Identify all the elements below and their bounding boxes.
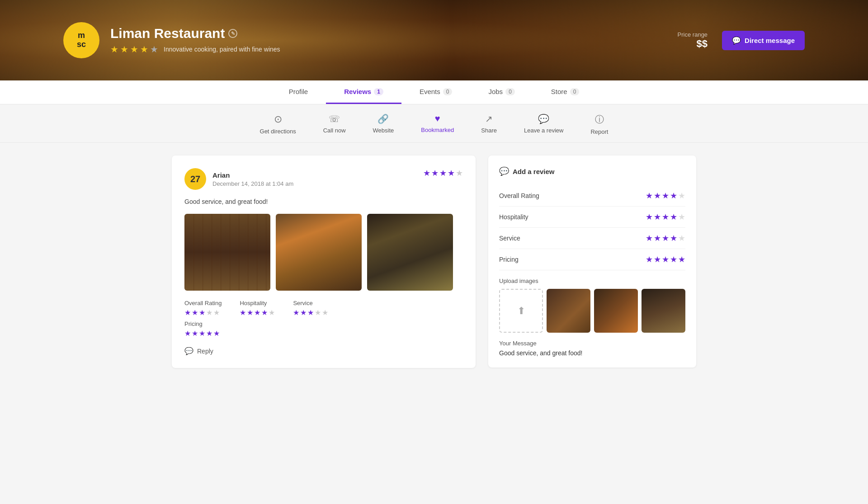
review-photo-3[interactable] [367, 214, 453, 291]
por5[interactable]: ★ [678, 191, 685, 201]
ps5: ★ [213, 329, 220, 338]
overall-label: Overall Rating [184, 300, 222, 306]
psr5[interactable]: ★ [678, 233, 685, 243]
service-stars: ★ ★ ★ ★ ★ [293, 308, 328, 317]
hero-right-section: Price range $$ 💬 Direct message [678, 31, 805, 50]
edit-icon[interactable]: ✎ [228, 29, 237, 38]
rev-star-4: ★ [448, 168, 455, 178]
restaurant-tagline: Innovative cooking, paired with fine win… [164, 46, 280, 53]
panel-pricing-stars[interactable]: ★ ★ ★ ★ ★ [646, 254, 685, 264]
directions-icon: ⊙ [274, 113, 282, 125]
star-2: ★ [120, 44, 128, 55]
psr3[interactable]: ★ [662, 233, 669, 243]
report-icon: ⓘ [595, 113, 604, 126]
ppr4[interactable]: ★ [670, 254, 677, 264]
action-call-now[interactable]: ☏ Call now [323, 113, 346, 135]
ppr1[interactable]: ★ [646, 254, 653, 264]
ppr5[interactable]: ★ [678, 254, 685, 264]
action-bar: ⊙ Get directions ☏ Call now 🔗 Website ♥ … [0, 104, 868, 143]
por1[interactable]: ★ [646, 191, 653, 201]
review-overall-stars: ★ ★ ★ ★ ★ [423, 168, 463, 178]
reviewer-date: December 14, 2018 at 1:04 am [212, 180, 293, 187]
restaurant-logo: msc [63, 22, 99, 58]
action-share[interactable]: ↗ Share [481, 113, 497, 135]
directions-label: Get directions [260, 128, 296, 135]
panel-hospitality-rating: Hospitality ★ ★ ★ ★ ★ [499, 207, 685, 228]
review-label: Leave a review [524, 127, 563, 134]
phr1[interactable]: ★ [646, 212, 653, 222]
tab-events-label: Events [420, 88, 440, 95]
panel-icon: 💬 [499, 166, 509, 176]
review-photo-2[interactable] [276, 214, 362, 291]
phr5[interactable]: ★ [678, 212, 685, 222]
action-get-directions[interactable]: ⊙ Get directions [260, 113, 296, 135]
pricing-label: Pricing [184, 320, 220, 327]
tab-reviews[interactable]: Reviews 1 [326, 80, 401, 104]
panel-overall-rating: Overall Rating ★ ★ ★ ★ ★ [499, 185, 685, 207]
upload-thumb-3[interactable] [642, 289, 685, 333]
reviewer-avatar: 27 [184, 168, 206, 190]
psr2[interactable]: ★ [654, 233, 661, 243]
phone-icon: ☏ [329, 113, 340, 124]
phr3[interactable]: ★ [662, 212, 669, 222]
ppr3[interactable]: ★ [662, 254, 669, 264]
panel-service-rating: Service ★ ★ ★ ★ ★ [499, 228, 685, 249]
ps3: ★ [199, 329, 205, 338]
rating-hospitality: Hospitality ★ ★ ★ ★ ★ [240, 300, 275, 317]
upload-grid: ⬆ [499, 289, 685, 333]
share-label: Share [481, 127, 497, 134]
message-text: Good service, and great food! [499, 349, 685, 357]
tab-store-badge: 0 [570, 88, 580, 95]
panel-overall-stars[interactable]: ★ ★ ★ ★ ★ [646, 191, 685, 201]
rev-star-3: ★ [439, 168, 447, 178]
ss3: ★ [307, 308, 314, 317]
bookmarked-label: Bookmarked [421, 127, 454, 133]
ppr2[interactable]: ★ [654, 254, 661, 264]
price-range-value: $$ [678, 38, 708, 50]
restaurant-info: Liman Restaurant ✎ ★ ★ ★ ★ ★ Innovative … [110, 26, 280, 55]
upload-icon: ⬆ [517, 305, 525, 317]
heart-icon: ♥ [435, 113, 440, 124]
upload-thumb-2[interactable] [594, 289, 638, 333]
call-label: Call now [323, 127, 346, 134]
panel-overall-label: Overall Rating [499, 192, 539, 199]
panel-hospitality-stars[interactable]: ★ ★ ★ ★ ★ [646, 212, 685, 222]
phr4[interactable]: ★ [670, 212, 677, 222]
upload-thumb-1[interactable] [547, 289, 590, 333]
por3[interactable]: ★ [662, 191, 669, 201]
tab-reviews-label: Reviews [344, 88, 371, 95]
ss4: ★ [315, 308, 321, 317]
star-4: ★ [140, 44, 148, 55]
review-photos [184, 214, 463, 291]
review-photo-1[interactable] [184, 214, 270, 291]
panel-pricing-label: Pricing [499, 256, 519, 263]
reply-label: Reply [197, 348, 213, 355]
tab-store[interactable]: Store 0 [533, 80, 598, 104]
psr4[interactable]: ★ [670, 233, 677, 243]
ss5: ★ [322, 308, 328, 317]
hero-banner: msc Liman Restaurant ✎ ★ ★ ★ ★ ★ Innovat… [0, 0, 868, 80]
por4[interactable]: ★ [670, 191, 677, 201]
reviewer-name: Arian [212, 171, 293, 179]
action-bookmarked[interactable]: ♥ Bookmarked [421, 113, 454, 135]
star-5-empty: ★ [150, 44, 158, 55]
por2[interactable]: ★ [654, 191, 661, 201]
pricing-stars: ★ ★ ★ ★ ★ [184, 329, 220, 338]
phr2[interactable]: ★ [654, 212, 661, 222]
tab-profile-label: Profile [289, 88, 308, 95]
action-leave-review[interactable]: 💬 Leave a review [524, 113, 563, 135]
reviewer-details: Arian December 14, 2018 at 1:04 am [212, 171, 293, 187]
direct-message-button[interactable]: 💬 Direct message [722, 31, 805, 50]
psr1[interactable]: ★ [646, 233, 653, 243]
reply-row[interactable]: 💬 Reply [184, 347, 463, 355]
tab-events[interactable]: Events 0 [401, 80, 471, 104]
star-1: ★ [110, 44, 118, 55]
action-report[interactable]: ⓘ Report [590, 113, 608, 135]
review-icon: 💬 [538, 113, 549, 124]
upload-box[interactable]: ⬆ [499, 289, 543, 333]
restaurant-name-row: Liman Restaurant ✎ [110, 26, 280, 41]
panel-service-stars[interactable]: ★ ★ ★ ★ ★ [646, 233, 685, 243]
tab-profile[interactable]: Profile [271, 80, 326, 104]
tab-jobs[interactable]: Jobs 0 [470, 80, 533, 104]
action-website[interactable]: 🔗 Website [373, 113, 394, 135]
